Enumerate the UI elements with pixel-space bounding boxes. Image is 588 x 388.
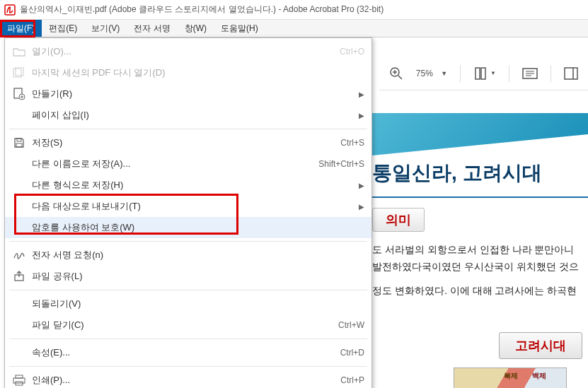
chevron-right-icon: ▶ xyxy=(354,90,364,98)
print-icon xyxy=(9,375,29,386)
chevron-right-icon: ▶ xyxy=(354,203,364,211)
separator xyxy=(550,65,551,82)
page-headline: 통일신라, 고려시대 xyxy=(372,155,588,198)
menu-file[interactable]: 파일(F) xyxy=(0,20,42,37)
separator xyxy=(509,65,509,82)
zoom-value: 75% xyxy=(416,69,433,78)
body-text: 도 서라벌의 외항으로서 인접한 나라 뿐만아니 발전하였다국이였던 우시산국이… xyxy=(372,242,588,299)
toolbar: 75% ▼ ▼ xyxy=(379,57,588,90)
menu-item-protect-password[interactable]: 암호를 사용하여 보호(W) xyxy=(5,217,371,238)
menu-bar: 파일(F) 편집(E) 보기(V) 전자 서명 창(W) 도움말(H) xyxy=(0,20,588,37)
section-heading: 의미 xyxy=(372,208,425,232)
menu-separator xyxy=(9,366,367,367)
chevron-right-icon: ▶ xyxy=(354,182,364,189)
menu-item-save[interactable]: 저장(S) Ctrl+S xyxy=(5,132,371,153)
menu-item-label: 다른 형식으로 저장(H) xyxy=(29,179,291,192)
zoom-in-button[interactable] xyxy=(389,66,403,81)
acrobat-icon xyxy=(4,4,16,16)
share-icon xyxy=(9,271,29,282)
menu-separator xyxy=(9,241,367,242)
menu-separator xyxy=(9,129,367,129)
svg-rect-8 xyxy=(16,375,23,378)
menu-item-label: 저장(S) xyxy=(29,136,301,149)
text-line: 도 서라벌의 외항으로서 인접한 나라 뿐만아니 xyxy=(372,242,588,259)
menu-item-label: 암호를 사용하여 보호(W) xyxy=(29,221,301,234)
menu-item-request-signatures[interactable]: 전자 서명 요청(n) xyxy=(5,245,371,266)
menu-item-print[interactable]: 인쇄(P)... Ctrl+P xyxy=(5,370,371,388)
menu-item-save-as[interactable]: 다른 이름으로 저장(A)... Shift+Ctrl+S xyxy=(5,153,371,175)
menu-item-create[interactable]: 만들기(R) ▶ xyxy=(5,83,371,105)
svg-rect-13 xyxy=(481,68,485,79)
menu-item-shortcut: Shift+Ctrl+S xyxy=(301,159,364,169)
page-display-button[interactable]: ▼ xyxy=(473,66,496,81)
menu-item-label: 페이지 삽입(I) xyxy=(29,109,291,122)
menu-item-label: 전자 서명 요청(n) xyxy=(29,249,301,261)
separator xyxy=(460,65,461,82)
chevron-right-icon: ▶ xyxy=(354,112,364,119)
title-bar: 울산의역사_이재빈.pdf (Adobe 클라우드 스토리지에서 열었습니다.)… xyxy=(0,0,588,20)
era-button: 고려시대 xyxy=(499,332,582,359)
menu-item-open[interactable]: 열기(O)... Ctrl+O xyxy=(5,41,371,62)
menu-item-export-to[interactable]: 다음 대상으로 내보내기(T) ▶ xyxy=(5,196,371,217)
signature-icon xyxy=(9,250,29,260)
menu-separator xyxy=(9,290,367,290)
map-label: 북제 xyxy=(504,371,518,381)
menu-item-shortcut: Ctrl+P xyxy=(301,375,364,385)
document-viewport: 통일신라, 고려시대 의미 도 서라벌의 외항으로서 인접한 나라 뿐만아니 발… xyxy=(372,113,588,388)
menu-item-shortcut: Ctrl+W xyxy=(301,320,364,330)
menu-item-label: 파일 닫기(C) xyxy=(29,319,301,331)
chevron-down-icon: ▼ xyxy=(441,70,447,77)
menu-help[interactable]: 도움말(H) xyxy=(214,20,265,37)
zoom-level[interactable]: 75% ▼ xyxy=(416,69,447,78)
menu-item-shortcut: Ctrl+D xyxy=(301,348,364,358)
menu-window[interactable]: 창(W) xyxy=(178,20,214,37)
menu-item-label: 만들기(R) xyxy=(29,88,291,100)
map-label: 백제 xyxy=(532,371,546,381)
menu-item-label: 다음 대상으로 내보내기(T) xyxy=(29,200,291,213)
menu-edit[interactable]: 편집(E) xyxy=(42,20,84,37)
decorative-wave xyxy=(372,113,588,155)
menu-item-reopen[interactable]: 마지막 세션의 PDF 다시 열기(D) xyxy=(5,62,371,83)
menu-item-properties[interactable]: 속성(E)... Ctrl+D xyxy=(5,342,371,363)
menu-item-label: 마지막 세션의 PDF 다시 열기(D) xyxy=(29,66,301,79)
svg-rect-6 xyxy=(16,143,22,147)
read-mode-button[interactable] xyxy=(522,68,538,79)
text-line: 정도 변화하였다. 이에 대해 고려사에는 하곡현 xyxy=(372,283,588,300)
menu-item-label: 파일 공유(L) xyxy=(29,270,301,283)
menu-item-label: 되돌리기(V) xyxy=(29,298,301,310)
map-thumbnail: 북제 백제 xyxy=(454,368,567,388)
menu-item-label: 인쇄(P)... xyxy=(29,374,301,387)
menu-item-share[interactable]: 파일 공유(L) xyxy=(5,266,371,287)
folder-open-icon xyxy=(9,47,29,57)
file-menu-dropdown: 열기(O)... Ctrl+O 마지막 세션의 PDF 다시 열기(D) 만들기… xyxy=(4,37,372,388)
menu-item-shortcut: Ctrl+S xyxy=(301,138,364,148)
svg-rect-15 xyxy=(565,68,577,79)
menu-item-label: 다른 이름으로 저장(A)... xyxy=(29,158,301,170)
menu-item-shortcut: Ctrl+O xyxy=(301,47,364,57)
svg-rect-9 xyxy=(13,378,25,383)
history-icon xyxy=(9,67,29,78)
chevron-down-icon: ▼ xyxy=(490,70,496,76)
save-icon xyxy=(9,137,29,148)
text-line: 발전하였다국이였던 우시산국이 위치했던 것으 xyxy=(372,259,588,276)
menu-separator xyxy=(9,339,367,339)
create-icon xyxy=(9,88,29,100)
menu-item-close-file[interactable]: 파일 닫기(C) Ctrl+W xyxy=(5,314,371,336)
menu-item-label: 열기(O)... xyxy=(29,45,301,58)
menu-item-revert[interactable]: 되돌리기(V) xyxy=(5,293,371,314)
menu-item-insert-pages[interactable]: 페이지 삽입(I) ▶ xyxy=(5,105,371,126)
menu-view[interactable]: 보기(V) xyxy=(84,20,127,37)
window-title: 울산의역사_이재빈.pdf (Adobe 클라우드 스토리지에서 열었습니다.)… xyxy=(20,4,384,16)
menu-item-save-other[interactable]: 다른 형식으로 저장(H) ▶ xyxy=(5,175,371,196)
svg-rect-12 xyxy=(475,68,480,79)
menu-esign[interactable]: 전자 서명 xyxy=(127,20,177,37)
menu-item-label: 속성(E)... xyxy=(29,346,301,359)
panel-button[interactable] xyxy=(564,67,578,80)
